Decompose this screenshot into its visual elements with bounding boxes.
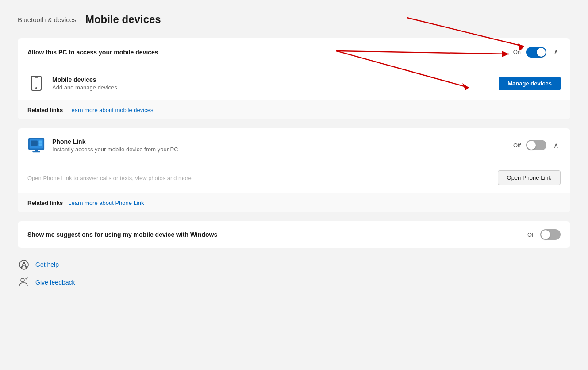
related-links-label: Related links [27, 107, 63, 113]
get-help-link[interactable]: Get help [35, 261, 59, 268]
svg-rect-7 [39, 143, 42, 146]
svg-rect-5 [31, 141, 38, 146]
svg-rect-13 [25, 266, 27, 268]
breadcrumb-separator: › [80, 16, 82, 23]
mobile-device-icon [27, 74, 45, 92]
mobile-access-toggle-label: On [513, 49, 521, 55]
mobile-access-card: Allow this PC to access your mobile devi… [18, 38, 570, 119]
svg-point-14 [21, 278, 24, 282]
phone-link-subtitle: Instantly access your mobile device from… [52, 146, 513, 153]
mobile-devices-title: Mobile devices [52, 76, 499, 83]
phone-link-description: Open Phone Link to answer calls or texts… [27, 175, 192, 181]
suggestions-title: Show me suggestions for using my mobile … [27, 231, 217, 238]
learn-more-phone-link-link[interactable]: Learn more about Phone Link [68, 200, 144, 206]
suggestions-toggle[interactable] [540, 229, 561, 240]
phone-link-toggle-label: Off [513, 142, 521, 149]
phone-link-chevron[interactable]: ∧ [552, 139, 561, 151]
open-phone-link-row: Open Phone Link to answer calls or texts… [18, 162, 570, 193]
svg-rect-6 [39, 141, 42, 143]
mobile-devices-subtitle: Add and manage devices [52, 84, 499, 91]
learn-more-mobile-devices-link[interactable]: Learn more about mobile devices [68, 107, 153, 113]
open-phone-link-button[interactable]: Open Phone Link [498, 170, 561, 185]
toggle-thumb [537, 48, 546, 57]
phone-link-toggle[interactable] [526, 140, 546, 150]
mobile-access-related-links: Related links Learn more about mobile de… [18, 100, 570, 119]
page-title: Mobile devices [85, 13, 161, 26]
get-help-row: Get help [18, 258, 570, 271]
phone-link-related-links: Related links Learn more about Phone Lin… [18, 193, 570, 212]
footer-links: Get help Give feedback [18, 258, 570, 289]
give-feedback-link[interactable]: Give feedback [35, 279, 75, 286]
give-feedback-row: Give feedback [18, 276, 570, 289]
phone-link-toggle-row: Phone Link Instantly access your mobile … [18, 128, 570, 162]
svg-rect-8 [35, 150, 38, 151]
mobile-devices-row: Mobile devices Add and manage devices Ma… [18, 66, 570, 100]
get-help-icon [18, 258, 30, 271]
suggestions-row: Show me suggestions for using my mobile … [18, 221, 570, 248]
svg-rect-9 [32, 151, 40, 152]
phone-link-card: Phone Link Instantly access your mobile … [18, 128, 570, 212]
toggle-thumb [527, 141, 536, 150]
breadcrumb: Bluetooth & devices › Mobile devices [18, 13, 570, 26]
phone-link-icon [27, 136, 45, 154]
mobile-access-title: Allow this PC to access your mobile devi… [27, 49, 158, 56]
svg-point-1 [35, 87, 37, 89]
toggle-thumb [541, 230, 550, 239]
suggestions-toggle-label: Off [527, 231, 535, 238]
phone-link-related-links-label: Related links [27, 200, 63, 206]
suggestions-card: Show me suggestions for using my mobile … [18, 221, 570, 248]
svg-rect-12 [22, 266, 23, 268]
phone-link-title: Phone Link [52, 138, 513, 145]
mobile-access-toggle[interactable] [526, 47, 546, 58]
breadcrumb-parent[interactable]: Bluetooth & devices [18, 16, 77, 23]
mobile-access-toggle-row: Allow this PC to access your mobile devi… [18, 38, 570, 66]
give-feedback-icon [18, 276, 30, 289]
manage-devices-button[interactable]: Manage devices [499, 77, 561, 90]
mobile-access-chevron[interactable]: ∧ [552, 46, 561, 58]
